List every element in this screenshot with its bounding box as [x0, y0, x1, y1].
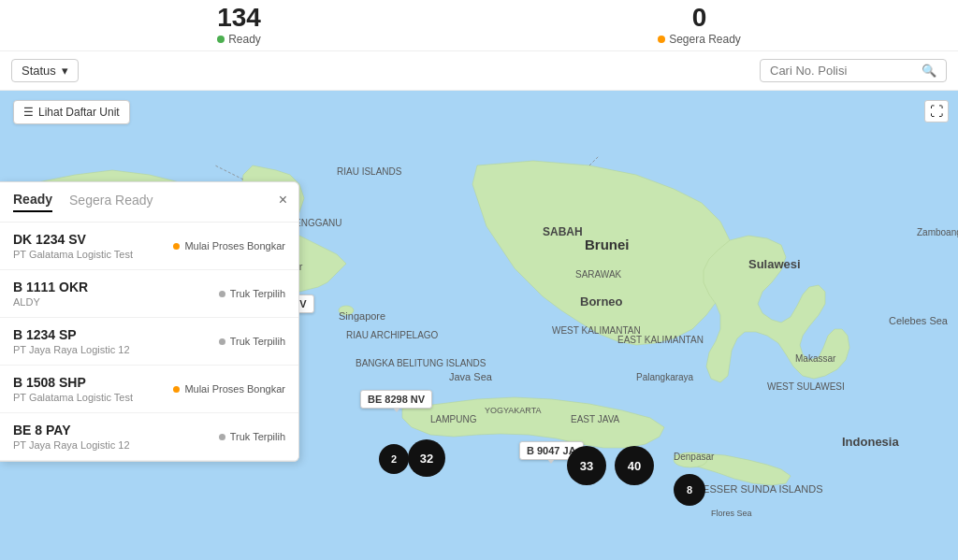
svg-text:LESSER SUNDA ISLANDS: LESSER SUNDA ISLANDS — [697, 483, 823, 495]
panel-item-left: DK 1234 SV PT Galatama Logistic Test — [13, 232, 133, 260]
panel-item-right: Truk Terpilih — [219, 336, 285, 347]
panel-item[interactable]: DK 1234 SV PT Galatama Logistic Test Mul… — [0, 223, 298, 270]
panel-close-button[interactable]: × — [279, 192, 287, 208]
cluster-c2[interactable]: 32 — [408, 439, 445, 477]
status-dot — [219, 434, 225, 440]
svg-text:BANGKA BELITUNG ISLANDS: BANGKA BELITUNG ISLANDS — [356, 358, 486, 368]
panel-item[interactable]: B 1111 OKR ALDY Truk Terpilih — [0, 270, 298, 318]
status-label: Truk Terpilih — [230, 431, 285, 442]
svg-text:EAST KALIMANTAN: EAST KALIMANTAN — [617, 335, 704, 345]
svg-text:Borneo: Borneo — [580, 294, 623, 309]
lihat-daftar-unit-button[interactable]: ☰ Lihat Daftar Unit — [13, 100, 130, 124]
list-icon: ☰ — [23, 106, 34, 119]
vehicle-company: ALDY — [13, 296, 88, 308]
map-pin-pin2[interactable]: BE 8298 NV — [360, 390, 432, 409]
status-dot — [219, 338, 225, 345]
ready-count: 134 — [217, 5, 261, 31]
cluster-c5[interactable]: 8 — [674, 474, 705, 506]
stat-ready: 134 Ready — [217, 5, 261, 46]
svg-text:Palangkaraya: Palangkaraya — [636, 372, 694, 382]
svg-text:Celebes Sea: Celebes Sea — [889, 315, 949, 326]
panel-item-right: Mulai Proses Bongkar — [173, 240, 285, 251]
svg-text:SABAH: SABAH — [543, 225, 583, 238]
status-label: Truk Terpilih — [230, 336, 285, 347]
status-dropdown[interactable]: Status ▾ — [11, 59, 79, 82]
panel-item-right: Truk Terpilih — [219, 431, 285, 442]
svg-text:RIAU ISLANDS: RIAU ISLANDS — [337, 166, 402, 177]
cluster-c3[interactable]: 33 — [567, 446, 606, 485]
svg-text:Zamboanga: Zamboanga — [917, 227, 958, 237]
vehicle-plate: BE 8 PAY — [13, 423, 130, 438]
svg-text:YOGYAKARTA: YOGYAKARTA — [485, 406, 542, 415]
svg-text:RIAU ARCHIPELAGO: RIAU ARCHIPELAGO — [346, 330, 439, 340]
ready-label: Ready — [217, 33, 261, 46]
side-panel: Ready Segera Ready × DK 1234 SV PT Galat… — [0, 181, 299, 462]
panel-item[interactable]: B 1508 SHP PT Galatama Logistic Test Mul… — [0, 366, 298, 413]
status-label: Truk Terpilih — [230, 288, 285, 299]
svg-text:Makassar: Makassar — [795, 353, 836, 364]
fullscreen-button[interactable]: ⛶ — [924, 100, 949, 122]
cluster-c1[interactable]: 2 — [379, 444, 409, 474]
map-container: Malaysia Kuala Lumpur Singapore Brunei S… — [0, 91, 958, 560]
svg-text:Flores Sea: Flores Sea — [711, 509, 752, 518]
panel-item-left: BE 8 PAY PT Jaya Raya Logistic 12 — [13, 423, 130, 451]
vehicle-plate: B 1234 SP — [13, 327, 130, 342]
cluster-c4[interactable]: 40 — [615, 446, 654, 485]
vehicle-plate: B 1508 SHP — [13, 375, 133, 390]
vehicle-company: PT Galatama Logistic Test — [13, 392, 133, 403]
svg-text:WEST SULAWESI: WEST SULAWESI — [767, 381, 845, 392]
lihat-label: Lihat Daftar Unit — [38, 106, 120, 119]
status-label: Mulai Proses Bongkar — [184, 383, 285, 395]
search-input[interactable] — [770, 64, 918, 78]
status-dot — [173, 243, 180, 250]
panel-list: DK 1234 SV PT Galatama Logistic Test Mul… — [0, 223, 298, 461]
svg-text:Singapore: Singapore — [339, 310, 385, 322]
header: 134 Ready 0 Segera Ready — [0, 0, 958, 51]
panel-item-right: Mulai Proses Bongkar — [173, 383, 285, 395]
svg-text:Java Sea: Java Sea — [449, 371, 493, 382]
status-dot — [219, 291, 225, 297]
chevron-down-icon: ▾ — [62, 64, 68, 78]
vehicle-plate: DK 1234 SV — [13, 232, 133, 247]
svg-text:Denpasar: Denpasar — [674, 452, 715, 462]
tab-segera-ready[interactable]: Segera Ready — [69, 193, 153, 211]
panel-item[interactable]: BE 8 PAY PT Jaya Raya Logistic 12 Truk T… — [0, 413, 298, 461]
panel-item-right: Truk Terpilih — [219, 288, 285, 299]
fullscreen-icon: ⛶ — [930, 104, 943, 119]
svg-text:Indonesia: Indonesia — [842, 435, 899, 449]
search-box[interactable]: 🔍 — [760, 59, 947, 82]
vehicle-company: PT Jaya Raya Logistic 12 — [13, 344, 130, 355]
svg-text:SARAWAK: SARAWAK — [575, 269, 622, 280]
vehicle-company: PT Galatama Logistic Test — [13, 249, 133, 260]
tab-ready[interactable]: Ready — [13, 192, 52, 212]
vehicle-company: PT Jaya Raya Logistic 12 — [13, 439, 130, 451]
ready-dot — [217, 36, 225, 43]
vehicle-plate: B 1111 OKR — [13, 280, 88, 294]
segera-dot — [658, 36, 665, 43]
panel-item-left: B 1234 SP PT Jaya Raya Logistic 12 — [13, 327, 130, 355]
panel-item-left: B 1508 SHP PT Galatama Logistic Test — [13, 375, 133, 403]
toolbar: Status ▾ 🔍 — [0, 51, 958, 91]
search-icon: 🔍 — [922, 64, 936, 78]
segera-count: 0 — [692, 5, 707, 31]
panel-item[interactable]: B 1234 SP PT Jaya Raya Logistic 12 Truk … — [0, 318, 298, 366]
status-label: Mulai Proses Bongkar — [184, 240, 285, 251]
panel-item-left: B 1111 OKR ALDY — [13, 280, 88, 308]
svg-text:EAST JAVA: EAST JAVA — [571, 414, 620, 424]
segera-label: Segera Ready — [658, 33, 741, 46]
panel-header: Ready Segera Ready × — [0, 182, 298, 223]
stat-segera-ready: 0 Segera Ready — [658, 5, 741, 46]
status-dot — [173, 386, 180, 393]
status-label: Status — [22, 64, 56, 78]
svg-text:LAMPUNG: LAMPUNG — [430, 414, 477, 424]
svg-text:Sulawesi: Sulawesi — [748, 257, 801, 271]
svg-text:Brunei: Brunei — [585, 237, 630, 252]
